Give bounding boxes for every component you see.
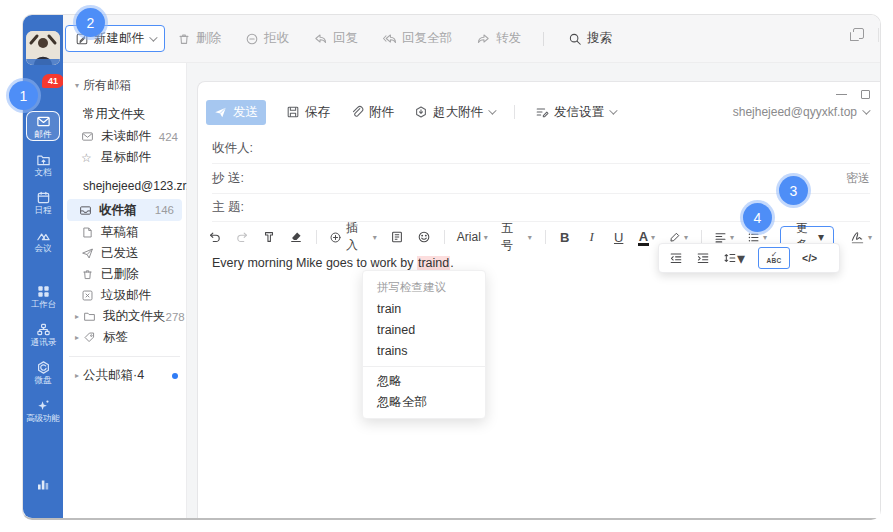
reply-all-label: 回复全部 — [402, 30, 452, 47]
bold-button[interactable]: B — [558, 230, 572, 245]
folder-inbox[interactable]: 收件箱 146 — [67, 199, 182, 221]
workbench-icon — [36, 284, 51, 299]
folder-my-folders[interactable]: ▸ 我的文件夹 278 — [63, 306, 186, 327]
sidebar-item-calendar[interactable]: 日程 — [25, 187, 61, 217]
insert-label: 插入 — [346, 220, 370, 254]
send-settings-button[interactable]: 发信设置 — [535, 104, 615, 121]
compose-window: 发送 保存 附件 超大附件 — [197, 81, 880, 518]
popout-icon[interactable] — [853, 28, 864, 39]
bcc-link[interactable]: 密送 — [846, 170, 870, 187]
font-size-select[interactable]: 五号▾ — [501, 220, 532, 254]
send-plane-icon — [214, 106, 227, 119]
template-icon — [390, 230, 404, 244]
source-code-button[interactable]: </> — [802, 252, 817, 264]
redo-icon — [235, 230, 249, 244]
align-button[interactable]: ▾ — [714, 231, 734, 244]
spell-check-button[interactable]: ✓ ABC — [758, 247, 790, 269]
sidebar-item-workbench[interactable]: 工作台 — [25, 281, 61, 311]
caret-down-icon: ▾ — [730, 233, 734, 242]
sidebar-item-label: 会议 — [34, 243, 51, 253]
message-body[interactable]: Every morning Mike goes to work by train… — [212, 256, 454, 270]
delete-button[interactable]: 删除 — [177, 30, 221, 47]
folder-junk[interactable]: 垃圾邮件 — [63, 285, 186, 306]
chevron-down-icon — [862, 106, 870, 114]
attachment-button[interactable]: 附件 — [350, 104, 394, 121]
folder-starred[interactable]: ☆ 星标邮件 — [63, 147, 186, 168]
toolbar-divider — [444, 230, 445, 244]
sidebar-item-docs[interactable]: 文档 — [25, 149, 61, 179]
folder-label: 未读邮件 — [101, 128, 151, 145]
spell-suggestion[interactable]: train — [363, 299, 485, 320]
account-header[interactable]: shejhejeed@123.zr... — [63, 174, 186, 198]
sidebar-item-advanced[interactable]: 高级功能 — [25, 395, 61, 425]
undo-button[interactable] — [208, 230, 222, 244]
trash-icon — [81, 268, 95, 281]
mail-app-window: 41 邮件 文档 日程 会议 — [22, 14, 881, 520]
avatar[interactable] — [26, 31, 60, 65]
sidebar-item-meeting[interactable]: 会议 — [25, 225, 61, 255]
compose-action-toolbar: 发送 保存 附件 超大附件 — [206, 98, 868, 126]
redo-button[interactable] — [235, 230, 249, 244]
sidebar-item-mail[interactable]: 邮件 — [26, 111, 60, 141]
sidebar-item-contacts[interactable]: 通讯录 — [25, 319, 61, 349]
spell-ignore[interactable]: 忽略 — [363, 371, 485, 392]
stats-icon[interactable] — [35, 474, 51, 492]
folder-tags[interactable]: ▸ 标签 — [63, 327, 186, 348]
underline-button[interactable]: U — [612, 230, 626, 245]
sidebar-item-label: 高级功能 — [26, 413, 60, 423]
forward-button[interactable]: 转发 — [476, 30, 521, 47]
large-attachment-button[interactable]: 超大附件 — [414, 104, 494, 121]
outdent-button[interactable] — [669, 251, 683, 265]
line-height-button[interactable]: ▾ — [723, 249, 745, 268]
advanced-features-icon — [36, 398, 51, 413]
reject-button[interactable]: 拒收 — [245, 30, 289, 47]
folder-deleted[interactable]: 已删除 — [63, 264, 186, 285]
reply-button[interactable]: 回复 — [313, 30, 358, 47]
font-color-button[interactable]: A▾ — [639, 231, 655, 243]
folder-label: 垃圾邮件 — [101, 287, 151, 304]
spell-suggestion[interactable]: trained — [363, 320, 485, 341]
sent-icon — [81, 247, 95, 260]
main-area: 发送 保存 附件 超大附件 — [187, 63, 880, 518]
format-painter-button[interactable] — [262, 230, 276, 244]
to-field[interactable]: 收件人: — [212, 134, 870, 164]
minimize-icon[interactable] — [836, 94, 847, 95]
font-family-select[interactable]: Arial▾ — [457, 230, 488, 244]
reply-all-button[interactable]: 回复全部 — [382, 30, 452, 47]
folder-public-mailbox[interactable]: ▸ 公共邮箱·4 — [63, 365, 186, 386]
template-button[interactable] — [390, 230, 404, 244]
search-button[interactable]: 搜索 — [568, 30, 612, 47]
clear-format-button[interactable] — [289, 230, 303, 244]
spell-ignore-all[interactable]: 忽略全部 — [363, 392, 485, 413]
expand-triangle-icon: ▸ — [75, 333, 83, 342]
folder-sent[interactable]: 已发送 — [63, 243, 186, 264]
chevron-down-icon — [609, 106, 617, 114]
body-text: . — [450, 256, 453, 270]
reject-label: 拒收 — [264, 30, 289, 47]
spell-menu-header: 拼写检查建议 — [363, 275, 485, 299]
sidebar-item-drive[interactable]: 微盘 — [25, 357, 61, 387]
folder-label: 标签 — [103, 329, 128, 346]
folder-drafts[interactable]: 草稿箱 — [63, 222, 186, 243]
send-button[interactable]: 发送 — [206, 100, 266, 125]
large-attachment-icon — [414, 105, 428, 119]
forward-icon — [476, 31, 491, 46]
toolbar-divider — [545, 230, 546, 244]
list-button[interactable]: ▾ — [747, 231, 767, 244]
folder-unread[interactable]: 未读邮件 424 — [63, 126, 186, 147]
sender-account-selector[interactable]: shejhejeed@qyyxkf.top — [733, 105, 868, 119]
spell-suggestion[interactable]: trains — [363, 341, 485, 362]
insert-button[interactable]: 插入▾ — [329, 220, 377, 254]
to-label: 收件人: — [212, 140, 253, 157]
indent-button[interactable] — [696, 251, 710, 265]
cc-field[interactable]: 抄 送: 密送 — [212, 164, 870, 194]
signature-button[interactable]: ▾ — [850, 230, 872, 245]
all-mailboxes-toggle[interactable]: ▾ 所有邮箱 — [63, 75, 186, 96]
emoji-button[interactable] — [417, 230, 431, 244]
draft-icon — [81, 226, 95, 239]
save-button[interactable]: 保存 — [286, 104, 330, 121]
italic-button[interactable]: I — [585, 229, 599, 245]
step-badge-4: 4 — [743, 203, 772, 232]
insert-plus-icon — [329, 231, 342, 244]
misspelled-word[interactable]: traind — [417, 256, 450, 271]
